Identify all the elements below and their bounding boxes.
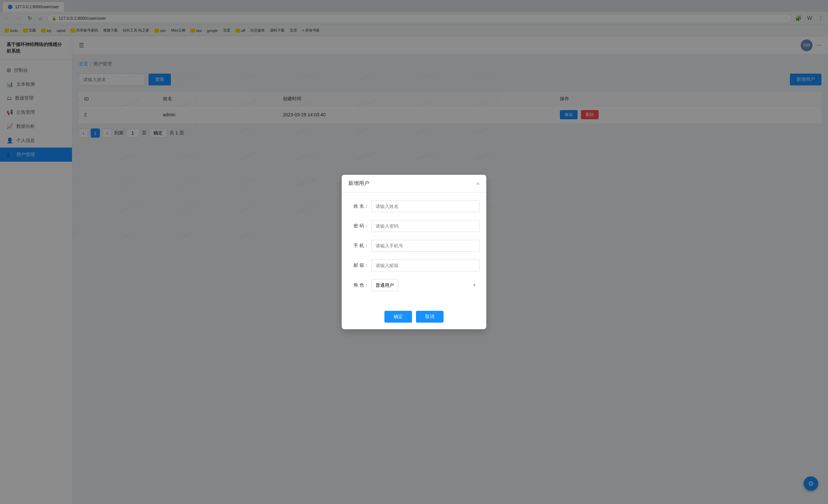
email-label: 邮 箱： [348, 262, 371, 268]
role-select-wrapper: 普通用户 管理员 ▼ [371, 279, 480, 291]
password-input[interactable] [371, 220, 480, 232]
form-item-name: 姓 名： [348, 200, 480, 212]
chevron-down-icon: ▼ [472, 283, 477, 288]
modal-title: 新增用户 [348, 180, 369, 187]
form-item-email: 邮 箱： [348, 259, 480, 271]
name-input[interactable] [371, 200, 480, 212]
modal-cancel-button[interactable]: 取消 [416, 311, 444, 323]
add-user-modal: 新增用户 × 姓 名： 密 码： 手 机： 邮 箱： [342, 175, 486, 329]
name-label: 姓 名： [348, 203, 371, 209]
phone-label: 手 机： [348, 243, 371, 249]
modal-confirm-button[interactable]: 确定 [384, 311, 412, 323]
form-item-role: 角 色： 普通用户 管理员 ▼ [348, 279, 480, 291]
email-input[interactable] [371, 259, 480, 271]
modal-header: 新增用户 × [342, 175, 486, 193]
phone-input[interactable] [371, 240, 480, 252]
modal-footer: 确定 取消 [342, 307, 486, 329]
modal-close-button[interactable]: × [476, 181, 480, 186]
role-label: 角 色： [348, 282, 371, 288]
form-item-password: 密 码： [348, 220, 480, 232]
role-select[interactable]: 普通用户 管理员 [371, 279, 398, 291]
form-item-phone: 手 机： [348, 240, 480, 252]
modal-overlay[interactable]: 新增用户 × 姓 名： 密 码： 手 机： 邮 箱： [0, 0, 828, 504]
password-label: 密 码： [348, 223, 371, 229]
modal-body: 姓 名： 密 码： 手 机： 邮 箱： 角 色： [342, 193, 486, 307]
